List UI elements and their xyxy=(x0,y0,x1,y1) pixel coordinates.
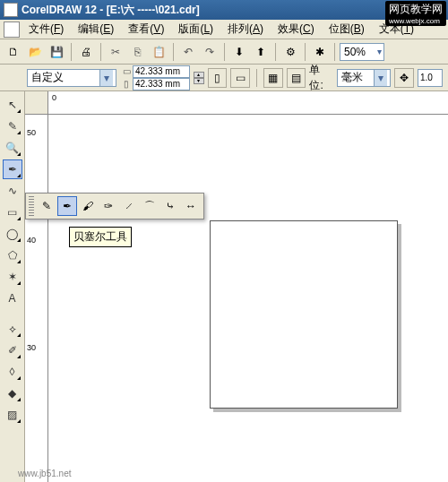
menu-edit[interactable]: 编辑(E) xyxy=(71,20,121,39)
eyedropper-tool[interactable]: ✐ xyxy=(3,340,22,360)
curve-tool-flyout: ✎ ✒ 🖌 ✑ ⟋ ⌒ ⤷ ↔ xyxy=(25,193,204,219)
page-scope-button-2[interactable]: ▤ xyxy=(287,68,306,88)
polygon-tool[interactable]: ⬠ xyxy=(3,245,22,265)
basic-shape-tool[interactable]: ✶ xyxy=(3,267,22,287)
page-dimensions: ▭ ▯ xyxy=(120,65,190,90)
titlebar: CorelDRAW 12 - [E:\六 -----\021.cdr] xyxy=(0,0,448,20)
page-boundary xyxy=(210,220,398,409)
separator xyxy=(173,43,174,61)
menubar: 文件(F) 编辑(E) 查看(V) 版面(L) 排列(A) 效果(C) 位图(B… xyxy=(0,20,448,39)
corel-online-button[interactable]: ✱ xyxy=(310,42,330,62)
zoom-tool[interactable]: 🔍 xyxy=(3,138,22,158)
page-scope-button-1[interactable]: ▦ xyxy=(263,68,283,88)
smart-draw-tool[interactable]: ∿ xyxy=(3,181,22,201)
width-icon: ▭ xyxy=(120,66,133,76)
text-tool[interactable]: A xyxy=(3,288,22,308)
blend-tool[interactable]: ⟡ xyxy=(3,319,22,339)
menu-effects[interactable]: 效果(C) xyxy=(271,20,322,39)
menu-bitmap[interactable]: 位图(B) xyxy=(322,20,372,39)
artistic-media-tool[interactable]: 🖌 xyxy=(78,196,98,216)
separator xyxy=(100,43,101,61)
app-icon xyxy=(4,3,18,17)
units-label: 单位: xyxy=(309,63,333,93)
ellipse-tool[interactable]: ◯ xyxy=(3,224,22,244)
watermark-bottom-left: www.jb51.net xyxy=(18,469,71,478)
horizontal-ruler[interactable]: 0 xyxy=(48,91,448,115)
copy-button[interactable]: ⎘ xyxy=(127,42,147,62)
export-button[interactable]: ⬆ xyxy=(251,42,271,62)
interactive-fill-tool[interactable]: ▨ xyxy=(3,405,22,425)
separator xyxy=(334,43,335,61)
new-button[interactable]: 🗋 xyxy=(4,42,23,62)
watermark-top-right: 网页教学网 www.webjx.com xyxy=(385,1,446,26)
bezier-tool[interactable]: ✒ xyxy=(57,196,77,216)
curve-tool[interactable]: ✒ xyxy=(3,159,22,179)
dimension-spinner[interactable]: ▴▾ xyxy=(194,72,204,84)
page-height-input[interactable] xyxy=(133,78,190,90)
landscape-button[interactable]: ▭ xyxy=(230,68,250,88)
freehand-tool[interactable]: ✎ xyxy=(37,196,56,216)
menu-view[interactable]: 查看(V) xyxy=(121,20,171,39)
tooltip: 贝塞尔工具 xyxy=(69,227,132,247)
separator xyxy=(71,43,72,61)
units-select[interactable]: 毫米 xyxy=(337,69,391,87)
shape-tool[interactable]: ✎ xyxy=(3,116,22,136)
nudge-icon: ✥ xyxy=(394,68,414,88)
menu-arrange[interactable]: 排列(A) xyxy=(220,20,271,39)
cut-button[interactable]: ✂ xyxy=(106,42,125,62)
import-button[interactable]: ⬇ xyxy=(229,42,249,62)
undo-button[interactable]: ↶ xyxy=(178,42,198,62)
pen-tool[interactable]: ✑ xyxy=(99,196,118,216)
connector-tool[interactable]: ⤷ xyxy=(160,196,180,216)
zoom-level-select[interactable]: 50% xyxy=(340,43,384,61)
toolbox: ↖ ✎ 🔍 ✒ ∿ ▭ ◯ ⬠ ✶ A ⟡ ✐ ◊ ◆ ▨ xyxy=(0,91,25,482)
separator xyxy=(256,69,257,87)
separator xyxy=(275,43,276,61)
property-bar: 自定义 ▭ ▯ ▴▾ ▯ ▭ ▦ ▤ 单位: 毫米 ✥ xyxy=(0,65,448,91)
print-button[interactable]: 🖨 xyxy=(76,42,96,62)
fill-tool[interactable]: ◆ xyxy=(3,383,22,403)
rectangle-tool[interactable]: ▭ xyxy=(3,202,22,222)
separator xyxy=(224,43,225,61)
portrait-button[interactable]: ▯ xyxy=(208,68,228,88)
polyline-tool[interactable]: ⟋ xyxy=(119,196,139,216)
separator xyxy=(305,43,306,61)
pick-tool[interactable]: ↖ xyxy=(3,95,22,115)
height-icon: ▯ xyxy=(120,79,133,89)
vertical-ruler[interactable]: 50 40 30 xyxy=(25,115,48,482)
menu-file[interactable]: 文件(F) xyxy=(22,20,71,39)
paper-preset-select[interactable]: 自定义 xyxy=(27,69,116,87)
dimension-tool[interactable]: ↔ xyxy=(181,196,201,216)
page-width-input[interactable] xyxy=(133,65,190,78)
flyout-grip[interactable] xyxy=(29,196,34,216)
app-launcher-button[interactable]: ⚙ xyxy=(280,42,300,62)
window-title: CorelDRAW 12 - [E:\六 -----\021.cdr] xyxy=(22,3,200,18)
redo-button[interactable]: ↷ xyxy=(200,42,220,62)
3point-curve-tool[interactable]: ⌒ xyxy=(140,196,159,216)
document-icon xyxy=(4,22,20,38)
standard-toolbar: 🗋 📂 💾 🖨 ✂ ⎘ 📋 ↶ ↷ ⬇ ⬆ ⚙ ✱ 50% xyxy=(0,39,448,65)
ruler-origin[interactable] xyxy=(25,91,48,115)
outline-tool[interactable]: ◊ xyxy=(3,362,22,382)
open-button[interactable]: 📂 xyxy=(25,42,45,62)
save-button[interactable]: 💾 xyxy=(47,42,66,62)
menu-layout[interactable]: 版面(L) xyxy=(171,20,220,39)
drawing-canvas[interactable] xyxy=(48,115,448,482)
paste-button[interactable]: 📋 xyxy=(149,42,168,62)
nudge-input[interactable] xyxy=(418,69,443,87)
